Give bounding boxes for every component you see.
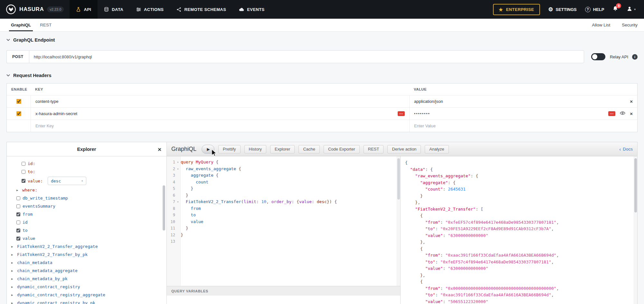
tab-graphiql[interactable]: GraphiQL bbox=[6, 19, 35, 31]
new-header-key-input[interactable]: Enter Key bbox=[31, 120, 409, 132]
explorer-item-id[interactable]: id bbox=[9, 218, 162, 226]
tab-rest[interactable]: REST bbox=[35, 19, 56, 31]
expand-arrow-icon[interactable]: ▶ bbox=[11, 277, 15, 280]
explorer-item-value[interactable]: value:desc▾ bbox=[9, 176, 162, 186]
secret-dots-badge-icon: ••• bbox=[398, 111, 405, 116]
expand-arrow-icon[interactable]: ▶ bbox=[11, 269, 15, 272]
collapse-chevron-icon[interactable] bbox=[6, 39, 10, 41]
toolbar-button-rest[interactable]: REST bbox=[364, 145, 384, 153]
expand-arrow-icon[interactable]: ▶ bbox=[11, 253, 15, 256]
relay-api-toggle[interactable] bbox=[591, 53, 605, 60]
toolbar-button-analyze[interactable]: Analyze bbox=[425, 145, 449, 153]
explorer-item-dynamic_contract_registry_by_pk[interactable]: ▶dynamic_contract_registry_by_pk bbox=[9, 299, 162, 304]
reveal-secret-eye-icon[interactable] bbox=[620, 111, 625, 116]
header-value-masked[interactable]: •••••••• bbox=[414, 112, 430, 116]
security-link[interactable]: Security bbox=[622, 23, 638, 27]
explorer-checkbox[interactable] bbox=[16, 237, 20, 240]
hasura-logo[interactable] bbox=[6, 4, 16, 15]
toolbar-button-prettify[interactable]: Prettify bbox=[218, 145, 240, 153]
top-navbar: HASURA v2.23.0 API DATA ACTIONS REMOTE bbox=[0, 0, 644, 19]
explorer-checkbox[interactable] bbox=[16, 212, 20, 216]
enterprise-button[interactable]: ★ ENTERPRISE bbox=[493, 4, 540, 15]
help-label: HELP bbox=[593, 7, 604, 12]
help-button[interactable]: ? HELP bbox=[585, 7, 604, 12]
query-variables-editor[interactable] bbox=[167, 296, 400, 304]
nav-item-api[interactable]: API bbox=[70, 0, 98, 19]
toolbar-button-derive-action[interactable]: Derive action bbox=[387, 145, 421, 153]
info-icon[interactable]: i bbox=[632, 54, 638, 60]
explorer-item-db_write_timestamp[interactable]: db_write_timestamp bbox=[9, 194, 162, 202]
header-value-input[interactable]: application/json bbox=[414, 99, 443, 104]
header-enable-checkbox[interactable] bbox=[16, 99, 21, 104]
query-variables-header[interactable]: QUERY VARIABLES bbox=[167, 286, 400, 296]
fold-marker-icon[interactable]: ▾ bbox=[175, 166, 181, 172]
explorer-checkbox[interactable] bbox=[22, 170, 25, 174]
explorer-checkbox[interactable] bbox=[22, 179, 25, 183]
execute-query-button[interactable]: ▶ bbox=[202, 145, 214, 154]
user-menu-button[interactable]: ▾ bbox=[627, 6, 636, 13]
explorer-item-chain_metadata_aggregate[interactable]: ▶chain_metadata_aggregate bbox=[9, 267, 162, 275]
explorer-item-dynamic_contract_registry[interactable]: ▶dynamic_contract_registry bbox=[9, 283, 162, 291]
explorer-item-eventssummary[interactable]: eventsSummary bbox=[9, 202, 162, 210]
remove-header-icon[interactable]: × bbox=[630, 111, 633, 116]
expand-arrow-icon[interactable]: ▶ bbox=[16, 189, 20, 192]
explorer-checkbox[interactable] bbox=[16, 196, 20, 200]
notifications-button[interactable]: 9 bbox=[612, 6, 618, 13]
result-scrollbar[interactable] bbox=[634, 156, 637, 304]
explorer-scrollbar[interactable] bbox=[163, 185, 165, 230]
query-line: 10 value bbox=[167, 219, 400, 225]
explorer-item-from[interactable]: from bbox=[9, 210, 162, 218]
nav-item-remote-schemas[interactable]: REMOTE SCHEMAS bbox=[170, 0, 232, 19]
settings-button[interactable]: ⚙ SETTINGS bbox=[548, 7, 577, 12]
query-editor[interactable]: 1▾query MyQuery {2▾ raw_events_aggregate… bbox=[167, 156, 401, 304]
nav-item-events[interactable]: EVENTS bbox=[232, 0, 271, 19]
explorer-item-label: dynamic_contract_registry_aggregate bbox=[17, 292, 105, 297]
fold-marker-icon[interactable]: ▾ bbox=[175, 159, 181, 166]
explorer-item-label: to bbox=[23, 228, 28, 233]
explorer-item-fiattokenv2_2_transfer_by_pk[interactable]: ▶FiatTokenV2_2_Transfer_by_pk bbox=[9, 250, 162, 259]
explorer-sort-select[interactable]: desc▾ bbox=[48, 177, 86, 185]
explorer-checkbox[interactable] bbox=[22, 162, 25, 166]
section-title: Request Headers bbox=[13, 73, 51, 78]
new-header-value-input[interactable]: Enter Value bbox=[409, 120, 637, 132]
explorer-item-to[interactable]: to bbox=[9, 226, 162, 234]
expand-arrow-icon[interactable]: ▶ bbox=[11, 285, 15, 289]
settings-label: SETTINGS bbox=[556, 7, 577, 12]
explorer-item-where[interactable]: ▶where: bbox=[9, 186, 162, 194]
explorer-item-chain_metadata[interactable]: ▶chain_metadata bbox=[9, 259, 162, 267]
result-scrollbar-thumb[interactable] bbox=[634, 158, 637, 212]
header-enable-checkbox[interactable] bbox=[16, 111, 21, 116]
toolbar-button-history[interactable]: History bbox=[244, 145, 266, 153]
expand-arrow-icon[interactable]: ▶ bbox=[11, 293, 15, 297]
allow-list-link[interactable]: Allow List bbox=[592, 23, 610, 27]
nav-item-actions[interactable]: ACTIONS bbox=[130, 0, 170, 19]
docs-button[interactable]: ‹ Docs bbox=[619, 147, 633, 152]
endpoint-url-input[interactable] bbox=[29, 50, 584, 63]
close-explorer-icon[interactable]: × bbox=[158, 146, 161, 152]
explorer-item-chain_metadata_by_pk[interactable]: ▶chain_metadata_by_pk bbox=[9, 275, 162, 283]
http-method-label: POST bbox=[6, 50, 29, 63]
remove-header-icon[interactable]: × bbox=[630, 99, 633, 104]
expand-arrow-icon[interactable]: ▶ bbox=[11, 301, 15, 304]
explorer-checkbox[interactable] bbox=[16, 229, 20, 232]
fold-marker-icon[interactable]: ▾ bbox=[175, 199, 181, 205]
header-key-input[interactable]: content-type bbox=[35, 99, 59, 104]
toolbar-button-code-exporter[interactable]: Code Exporter bbox=[324, 145, 360, 153]
toolbar-button-cache[interactable]: Cache bbox=[298, 145, 320, 153]
query-code[interactable]: 1▾query MyQuery {2▾ raw_events_aggregate… bbox=[167, 156, 400, 286]
fold-gutter bbox=[175, 179, 181, 186]
explorer-checkbox[interactable] bbox=[16, 221, 20, 224]
expand-arrow-icon[interactable]: ▶ bbox=[11, 261, 15, 264]
toolbar-button-explorer[interactable]: Explorer bbox=[270, 145, 295, 153]
chevron-down-icon: ▾ bbox=[81, 179, 83, 182]
header-key-input[interactable]: x-hasura-admin-secret bbox=[35, 111, 77, 116]
explorer-item-fiattokenv2_2_transfer_aggregate[interactable]: ▶FiatTokenV2_2_Transfer_aggregate bbox=[9, 242, 162, 250]
explorer-item-value[interactable]: value bbox=[9, 234, 162, 242]
explorer-item-to[interactable]: to: bbox=[9, 168, 162, 176]
expand-arrow-icon[interactable]: ▶ bbox=[11, 245, 15, 248]
explorer-checkbox[interactable] bbox=[16, 204, 20, 208]
explorer-item-id[interactable]: id: bbox=[9, 160, 162, 168]
nav-item-data[interactable]: DATA bbox=[98, 0, 130, 19]
explorer-item-dynamic_contract_registry_aggregate[interactable]: ▶dynamic_contract_registry_aggregate bbox=[9, 291, 162, 299]
collapse-chevron-icon[interactable] bbox=[6, 74, 10, 77]
